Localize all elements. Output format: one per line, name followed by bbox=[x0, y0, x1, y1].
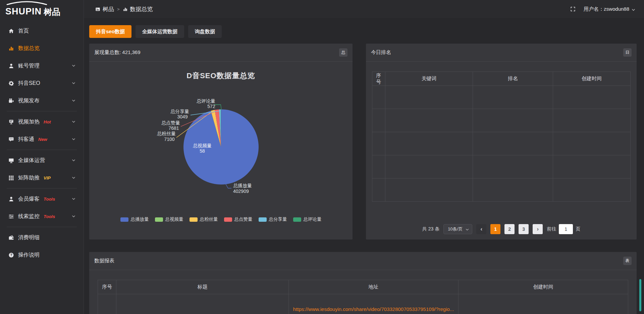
app-logo[interactable]: SHUPIN 树品 bbox=[0, 0, 84, 18]
goto-unit: 页 bbox=[576, 226, 580, 232]
legend-label: 总粉丝量 bbox=[200, 216, 218, 222]
sidebar-divider bbox=[7, 111, 77, 111]
column-header: 排名 bbox=[473, 72, 553, 86]
page-size-select[interactable]: 10条/页 bbox=[443, 224, 472, 234]
ranking-table-row bbox=[372, 86, 631, 109]
tab-media-operation-data[interactable]: 全媒体运营数据 bbox=[136, 25, 184, 38]
sidebar-item-home[interactable]: 首页 bbox=[0, 22, 84, 40]
table-cell[interactable]: https://www.iesdouyin.com/share/video/70… bbox=[289, 294, 459, 314]
ranking-table: 序号关键词排名创建时间 bbox=[372, 71, 631, 202]
logo-text-cn: 树品 bbox=[44, 8, 60, 16]
help-icon: ? bbox=[8, 252, 14, 258]
wallet-icon bbox=[8, 234, 14, 241]
svg-text:?: ? bbox=[10, 253, 12, 257]
ranking-panel: 今日排名 日 序号关键词排名创建时间 共 23 条 10条/页 ‹ 123 › … bbox=[366, 44, 637, 240]
breadcrumb-item-1[interactable]: 数据总览 bbox=[123, 5, 153, 13]
table-cell[interactable] bbox=[473, 178, 553, 202]
sidebar-item-douyin-seo[interactable]: 抖音SEO bbox=[0, 74, 84, 92]
table-cell[interactable] bbox=[116, 294, 289, 314]
heat-icon bbox=[8, 119, 14, 125]
gear-icon bbox=[8, 80, 14, 86]
sidebar-item-badge: VIP bbox=[44, 175, 51, 180]
sidebar-item-member-marketing[interactable]: 会员爆客Tools bbox=[0, 190, 84, 208]
sidebar-item-matrix-boost[interactable]: 矩阵助推VIP bbox=[0, 169, 84, 187]
chevron-down-icon bbox=[632, 6, 635, 12]
table-cell[interactable] bbox=[372, 178, 385, 202]
chat-icon bbox=[8, 136, 14, 142]
fullscreen-icon[interactable] bbox=[570, 6, 576, 12]
table-cell[interactable] bbox=[553, 132, 630, 155]
breadcrumb-item-0[interactable]: 树品 bbox=[95, 5, 114, 13]
top-panels-row: 展现量总数: 421,369 总 D音SEO数据量总览 总播放量402909总视… bbox=[89, 44, 637, 240]
table-cell[interactable] bbox=[372, 155, 385, 178]
page-button-2[interactable]: 2 bbox=[504, 224, 515, 234]
sidebar-item-instructions[interactable]: ?操作说明 bbox=[0, 246, 84, 264]
sidebar-item-video-heating[interactable]: 视频加热Hot bbox=[0, 113, 84, 130]
sidebar-item-leads-monitor[interactable]: 线索监控Tools bbox=[0, 208, 84, 225]
sidebar-item-label: 矩阵助推 bbox=[18, 174, 40, 181]
chart-legend: 总播放量总视频量总粉丝量总点赞量总分享量总评论量 bbox=[89, 216, 353, 222]
page-button-1[interactable]: 1 bbox=[490, 224, 500, 234]
sidebar-item-video-publish[interactable]: 视频发布 bbox=[0, 92, 84, 109]
report-table-row: https://www.iesdouyin.com/share/video/70… bbox=[98, 294, 628, 314]
pie-label-name-2: 总粉丝量 bbox=[157, 131, 176, 136]
legend-item-0[interactable]: 总播放量 bbox=[120, 216, 149, 222]
legend-swatch bbox=[259, 217, 267, 222]
ranking-table-row bbox=[372, 109, 631, 132]
sidebar-item-consumption-detail[interactable]: 消费明细 bbox=[0, 229, 84, 246]
goto-page-input[interactable]: 1 bbox=[559, 224, 573, 234]
table-cell[interactable] bbox=[553, 155, 630, 178]
report-panel-badge-button[interactable]: 表 bbox=[623, 257, 632, 265]
legend-item-3[interactable]: 总点赞量 bbox=[224, 216, 253, 222]
pie-chart: 总播放量402909总视频量58总粉丝量7100总点赞量7681总分享量3049… bbox=[89, 62, 353, 230]
scrollbar-thumb[interactable] bbox=[639, 279, 641, 311]
legend-label: 总视频量 bbox=[165, 216, 183, 222]
legend-item-2[interactable]: 总粉丝量 bbox=[190, 216, 218, 222]
grid-icon bbox=[8, 175, 14, 181]
sidebar-item-data-overview[interactable]: 数据总览 bbox=[0, 40, 84, 57]
topbar-right: 用户名：zswodun88 bbox=[570, 6, 635, 12]
tab-inquiry-data[interactable]: 询盘数据 bbox=[188, 25, 222, 38]
ranking-panel-title: 今日排名 bbox=[371, 49, 391, 56]
table-cell[interactable] bbox=[553, 178, 630, 202]
prev-page-button[interactable]: ‹ bbox=[476, 224, 486, 234]
table-cell[interactable] bbox=[473, 132, 553, 155]
topbar: 树品>数据总览 用户名：zswodun88 bbox=[84, 0, 644, 18]
table-cell[interactable] bbox=[372, 86, 385, 109]
table-cell[interactable] bbox=[385, 86, 473, 109]
table-cell[interactable] bbox=[385, 155, 473, 178]
chart-panel-badge-button[interactable]: 总 bbox=[339, 48, 347, 57]
table-cell[interactable] bbox=[473, 155, 553, 178]
ranking-panel-badge-button[interactable]: 日 bbox=[623, 48, 632, 57]
pagination-total: 共 23 条 bbox=[422, 226, 439, 232]
tab-douyin-seo-data[interactable]: 抖音seo数据 bbox=[89, 25, 131, 38]
column-header: 标题 bbox=[116, 280, 289, 294]
legend-item-1[interactable]: 总视频量 bbox=[155, 216, 183, 222]
table-cell[interactable] bbox=[385, 178, 473, 202]
pie-label-name-5: 总评论量 bbox=[197, 98, 215, 104]
sidebar-item-douketong[interactable]: 抖客通New bbox=[0, 130, 84, 148]
sidebar-divider bbox=[7, 150, 77, 150]
chevron-down-icon bbox=[72, 177, 75, 179]
table-cell[interactable] bbox=[473, 86, 553, 109]
table-cell[interactable] bbox=[98, 294, 116, 314]
main-content: 抖音seo数据全媒体运营数据询盘数据 展现量总数: 421,369 总 D音SE… bbox=[84, 0, 644, 314]
legend-item-5[interactable]: 总评论量 bbox=[293, 216, 322, 222]
breadcrumb-separator: > bbox=[117, 7, 120, 12]
table-cell[interactable] bbox=[385, 132, 473, 155]
table-cell[interactable] bbox=[459, 294, 628, 314]
sidebar-item-media-operation[interactable]: 全媒体运营 bbox=[0, 152, 84, 169]
legend-item-4[interactable]: 总分享量 bbox=[259, 216, 287, 222]
table-cell[interactable] bbox=[372, 109, 385, 132]
sidebar-item-account-management[interactable]: 账号管理 bbox=[0, 57, 84, 74]
table-cell[interactable] bbox=[553, 109, 630, 132]
table-cell[interactable] bbox=[372, 132, 385, 155]
page-button-3[interactable]: 3 bbox=[519, 224, 529, 234]
user-dropdown[interactable]: 用户名：zswodun88 bbox=[584, 6, 635, 12]
table-cell[interactable] bbox=[473, 109, 553, 132]
table-cell[interactable] bbox=[385, 109, 473, 132]
ranking-panel-header: 今日排名 日 bbox=[366, 44, 637, 62]
legend-swatch bbox=[293, 217, 301, 222]
next-page-button[interactable]: › bbox=[533, 224, 543, 234]
table-cell[interactable] bbox=[553, 86, 630, 109]
